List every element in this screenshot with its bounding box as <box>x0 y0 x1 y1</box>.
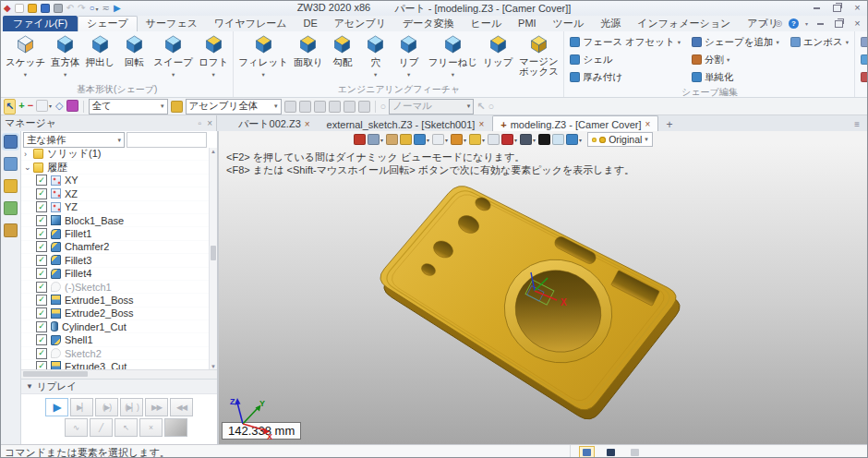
save-icon[interactable]: ▾ <box>41 3 50 14</box>
filter-chart-icon[interactable]: ▾ <box>66 99 78 113</box>
lip-button[interactable]: リップ ▾ <box>480 32 515 70</box>
regen-disabled-icon[interactable] <box>299 100 311 114</box>
move-button[interactable]: 移動 ▾ <box>861 71 868 84</box>
history-filter-combo[interactable]: 主な操作▾ <box>23 132 125 148</box>
tree-item[interactable]: ✓ XY <box>21 175 209 187</box>
tab-close-icon[interactable]: × <box>645 119 651 129</box>
margin-box-button[interactable]: マージン ボックス ▾ <box>515 32 561 78</box>
tab-list-icon[interactable]: ≡ <box>854 119 860 129</box>
replay-edit-button[interactable]: ╱ <box>90 418 113 437</box>
minimize-button[interactable] <box>811 3 823 13</box>
doc-tab-part002[interactable]: パート002.Z3 × <box>230 115 319 131</box>
replay-step-button[interactable]: ▶▏ <box>70 398 93 416</box>
tree-checkbox[interactable]: ✓ <box>36 241 47 252</box>
loft-button[interactable]: ロフト ▾ <box>196 32 231 79</box>
restore-button[interactable] <box>831 3 843 13</box>
doc-tab-modeling[interactable]: + modeling.Z3 - [Camer Cover] × <box>492 115 658 131</box>
thicken-button[interactable]: 厚み付け ▾ <box>570 71 681 84</box>
tree-checkbox[interactable]: ✓ <box>36 175 47 186</box>
zw3d-logo[interactable]: ◆ ▾ <box>4 3 11 14</box>
replay-link-button[interactable]: ∿ <box>65 418 88 437</box>
replay-play-to-button[interactable]: (▶) <box>95 398 118 416</box>
menu-tab-information[interactable]: インフォメーション <box>629 16 739 31</box>
close-button[interactable]: × <box>851 3 863 13</box>
scrollbar-thumb[interactable] <box>23 371 88 377</box>
pattern-geometry-button[interactable]: ジオメトリパターン ▾ <box>861 36 868 49</box>
visual-manager-icon[interactable] <box>4 201 18 215</box>
extrude-button[interactable]: 押出し ▾ <box>82 32 117 70</box>
manager-pin-button[interactable]: ▫ <box>199 119 202 128</box>
ruler-panel-icon[interactable] <box>579 446 595 458</box>
undo-icon[interactable]: ↶ ▾ <box>66 3 74 14</box>
tree-checkbox[interactable]: ✓ <box>36 255 47 266</box>
model-3d[interactable]: X <box>219 131 868 444</box>
tab-close-icon[interactable]: × <box>305 119 310 129</box>
cursor-disabled-icon[interactable] <box>358 100 370 114</box>
manager-filter-input[interactable] <box>127 132 207 148</box>
select-arrow-icon[interactable]: ↖ ▾ <box>4 99 16 114</box>
user-manager-icon[interactable] <box>4 223 18 237</box>
tree-item[interactable]: ✓ Chamfer2 <box>21 241 209 254</box>
emboss-button[interactable]: エンボス ▾ <box>790 36 849 49</box>
menu-tab-assembly[interactable]: アセンブリ <box>326 16 394 31</box>
menu-tab-data-exchange[interactable]: データ変換 <box>394 16 463 31</box>
menu-tab-pmi[interactable]: PMI <box>510 16 545 31</box>
menu-tab-file[interactable]: ファイル(F) <box>3 16 78 31</box>
inst-state-icon-3[interactable] <box>344 100 356 114</box>
replay-header[interactable]: ▼ リプレイ <box>21 379 217 394</box>
open-file-icon[interactable]: ▾ <box>28 3 37 14</box>
new-tab-button[interactable]: + <box>658 118 680 131</box>
manager-close-button[interactable]: × <box>207 119 212 128</box>
tree-checkbox[interactable]: ✓ <box>36 228 47 239</box>
tree-checkbox[interactable]: ✓ <box>36 282 47 293</box>
circle-disabled-icon[interactable] <box>284 100 296 114</box>
tree-item[interactable]: ⌄ ✓ 履歴 <box>21 161 209 174</box>
inst-state-icon-1[interactable] <box>314 100 326 114</box>
tree-item[interactable]: ✓ Block1_Base <box>21 214 209 227</box>
new-file-icon[interactable]: ▾ <box>15 3 24 14</box>
tree-item[interactable]: ✓ Sketch2 <box>21 347 209 360</box>
simplify-button[interactable]: 単純化 ▾ <box>692 71 779 84</box>
view-manager-icon[interactable] <box>4 179 18 193</box>
tree-checkbox[interactable]: ✓ <box>36 268 47 279</box>
fillet-button[interactable]: フィレット ▾ <box>235 32 291 79</box>
tree-horizontal-scrollbar[interactable] <box>21 369 217 379</box>
collapse-ribbon-icon[interactable]: ∧ <box>763 19 769 28</box>
replay-backward-button[interactable]: ◀◀ <box>170 398 193 416</box>
tree-item[interactable]: ✓ Fillet1 <box>21 227 209 240</box>
draft-button[interactable]: 勾配 ▾ <box>326 32 359 70</box>
tree-checkbox[interactable]: ✓ <box>36 215 47 226</box>
rib-button[interactable]: リブ ▾ <box>392 32 426 79</box>
menu-tab-tools[interactable]: ツール <box>545 16 593 31</box>
replay-forward-button[interactable]: ▶▶ <box>145 398 168 416</box>
pick-filter-combo[interactable]: 全て▾ <box>89 99 168 114</box>
doc-restore-button[interactable] <box>833 18 845 29</box>
revolve-button[interactable]: 回転 ▾ <box>117 32 151 70</box>
redo-icon[interactable]: ↷ ▾ <box>78 3 85 14</box>
tree-item[interactable]: › ✓ ソリッド(1) <box>21 148 209 161</box>
menu-tab-shape[interactable]: シェープ <box>78 16 138 31</box>
hole-button[interactable]: 穴 ▾ <box>359 32 392 79</box>
tree-item[interactable]: ✓ XZ <box>21 187 209 200</box>
help-caret-icon[interactable]: ▾ <box>805 21 808 27</box>
tree-item[interactable]: ✓ YZ <box>21 201 209 214</box>
tree-item[interactable]: ✓ Fillet3 <box>21 254 209 267</box>
menu-tab-wireframe[interactable]: ワイヤフレーム <box>206 16 295 31</box>
monitor-icon[interactable] <box>603 446 619 458</box>
divide-button[interactable]: 分割 ▾ <box>692 54 779 66</box>
inst-state-icon-2[interactable] <box>329 100 341 114</box>
assembly-manager-icon[interactable] <box>4 157 18 171</box>
tree-item[interactable]: ✓ Shell1 <box>21 333 209 346</box>
doc-close-button[interactable]: × <box>851 18 863 29</box>
menu-tab-surface[interactable]: サーフェス <box>138 16 206 31</box>
chamfer-button[interactable]: 面取り ▾ <box>291 32 326 70</box>
replay-step-to-button[interactable]: (▶▏) <box>120 398 143 416</box>
tree-item[interactable]: ✓ (-)Sketch1 <box>21 281 209 294</box>
add-shape-button[interactable]: シェープを追加 ▾ <box>692 36 779 49</box>
print-icon[interactable]: ▾ <box>54 3 63 14</box>
add-pick-icon[interactable]: + ▾ <box>18 99 24 113</box>
window-icon[interactable] <box>627 446 643 458</box>
mirror-geometry-button[interactable]: ミラージオメトリ ▾ <box>861 54 868 66</box>
sketch-button[interactable]: スケッチ ▾ <box>3 32 48 79</box>
display-toggle-icon[interactable]: ≂ ▾ <box>102 3 110 14</box>
